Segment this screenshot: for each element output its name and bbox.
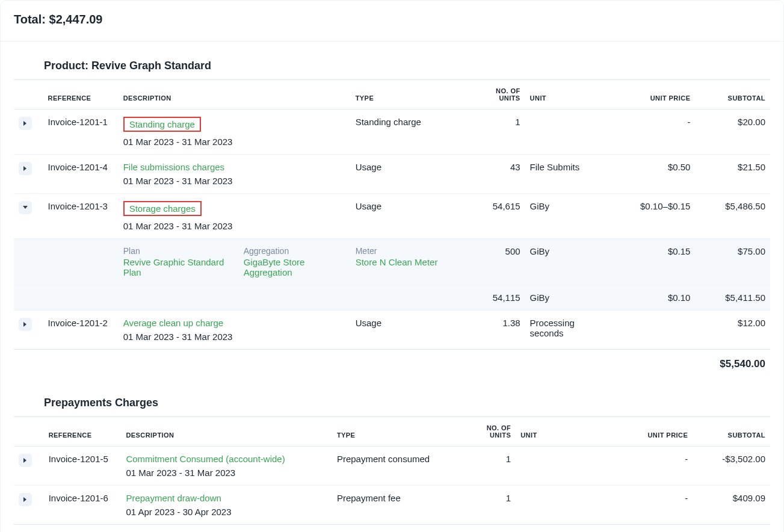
top-total-value: $2,447.09 — [49, 13, 103, 26]
cell-description: Prepayment draw-down 01 Apr 2023 - 30 Ap… — [121, 486, 332, 525]
top-total-label: Total: — [14, 13, 49, 26]
detail-meter-value: Store N Clean Meter — [356, 257, 458, 267]
line-name-link[interactable]: Standing charge — [129, 119, 195, 129]
cell-description: Standing charge 01 Mar 2023 - 31 Mar 202… — [119, 110, 351, 155]
cell-type: Usage — [351, 155, 463, 194]
product-table: REFERENCE DESCRIPTION TYPE NO. OFUNITS U… — [14, 79, 770, 379]
line-name-link[interactable]: File submissions charges — [123, 162, 224, 172]
th-units: NO. OFUNITS — [451, 417, 516, 447]
expand-toggle[interactable] — [19, 454, 32, 467]
cell-reference: Invoice-1201-5 — [44, 447, 122, 486]
cell-units: 54,615 — [462, 194, 525, 239]
detail-tier-unit: GiBy — [525, 239, 611, 285]
th-type: TYPE — [351, 80, 463, 110]
cell-units: 1 — [462, 110, 525, 155]
cell-reference: Invoice-1201-2 — [43, 311, 119, 350]
cell-subtotal: $12.00 — [695, 311, 770, 350]
th-type: TYPE — [332, 417, 451, 447]
chevron-right-icon — [23, 165, 28, 172]
expand-toggle[interactable] — [19, 117, 32, 130]
cell-reference: Invoice-1201-4 — [43, 155, 119, 194]
detail-tier-subtotal: $75.00 — [695, 239, 770, 285]
th-description: DESCRIPTION — [119, 80, 351, 110]
cell-type: Prepayment consumed — [332, 447, 451, 486]
cell-description: File submissions charges 01 Mar 2023 - 3… — [119, 155, 351, 194]
cell-description: Storage charges 01 Mar 2023 - 31 Mar 202… — [119, 194, 351, 239]
expand-toggle[interactable] — [19, 493, 32, 506]
detail-agg-value: GigaByte Store Aggregation — [244, 257, 346, 277]
cell-unit-price — [611, 311, 696, 350]
cell-subtotal: $21.50 — [695, 155, 770, 194]
th-unit: UNIT — [525, 80, 611, 110]
line-name-link[interactable]: Commitment Consumed (account-wide) — [126, 454, 285, 464]
detail-plan-value: Revive Graphic Standard Plan — [123, 257, 226, 277]
cell-unit — [516, 447, 604, 486]
cell-unit-price: - — [604, 447, 693, 486]
detail-meter-label: Meter — [356, 246, 458, 256]
line-daterange: 01 Mar 2023 - 31 Mar 2023 — [123, 332, 346, 342]
chevron-down-icon — [22, 205, 28, 210]
prepayments-table: REFERENCE DESCRIPTION TYPE NO. OFUNITS U… — [14, 416, 770, 532]
th-description: DESCRIPTION — [121, 417, 332, 447]
table-row: Invoice-1201-1 Standing charge 01 Mar 20… — [14, 110, 770, 155]
table-row: Invoice-1201-3 Storage charges 01 Mar 20… — [14, 194, 770, 239]
line-name-link[interactable]: Prepayment draw-down — [126, 493, 221, 503]
cell-units: 43 — [462, 155, 525, 194]
cell-unit-price: - — [604, 486, 693, 525]
th-subtotal: SUBTOTAL — [695, 80, 770, 110]
cell-reference: Invoice-1201-1 — [43, 110, 119, 155]
detail-tier-price: $0.15 — [611, 239, 696, 285]
table-row: Invoice-1201-2 Average clean up charge 0… — [14, 311, 770, 350]
line-daterange: 01 Mar 2023 - 31 Mar 2023 — [123, 221, 346, 231]
chevron-right-icon — [23, 457, 28, 463]
detail-tier-unit: GiBy — [525, 285, 611, 311]
cell-subtotal: $409.09 — [693, 486, 770, 525]
line-name-link[interactable]: Storage charges — [129, 203, 196, 214]
cell-unit-price: - — [611, 110, 696, 155]
section-subtotal: -$3,092.91 — [14, 525, 770, 533]
line-daterange: 01 Mar 2023 - 31 Mar 2023 — [123, 176, 346, 186]
detail-row: Plan Revive Graphic Standard Plan Aggreg… — [14, 239, 770, 285]
cell-type: Prepayment fee — [332, 486, 451, 525]
cell-unit-price: $0.50 — [611, 155, 696, 194]
th-reference: REFERENCE — [43, 80, 119, 110]
product-section-title: Product: Revive Graph Standard — [44, 60, 770, 79]
cell-unit: GiBy — [525, 194, 611, 239]
line-daterange: 01 Apr 2023 - 30 Apr 2023 — [126, 507, 327, 517]
chevron-right-icon — [23, 321, 28, 327]
table-row: Invoice-1201-6 Prepayment draw-down 01 A… — [14, 486, 770, 525]
expand-toggle[interactable] — [19, 318, 32, 331]
cell-subtotal: $5,486.50 — [695, 194, 770, 239]
collapse-toggle[interactable] — [19, 201, 32, 214]
detail-row: 54,115 GiBy $0.10 $5,411.50 — [14, 285, 770, 311]
detail-tier-subtotal: $5,411.50 — [695, 285, 770, 311]
cell-unit-price: $0.10–$0.15 — [611, 194, 696, 239]
prepayments-section-title: Prepayments Charges — [44, 397, 770, 416]
cell-unit — [525, 110, 611, 155]
product-section: Product: Revive Graph Standard REFERENCE… — [1, 60, 783, 532]
detail-tier-price: $0.10 — [611, 285, 696, 311]
cell-unit — [516, 486, 604, 525]
cell-unit: File Submits — [525, 155, 611, 194]
chevron-right-icon — [23, 120, 28, 126]
top-total-bar: Total: $2,447.09 — [1, 1, 783, 42]
th-units: NO. OFUNITS — [462, 80, 525, 110]
line-name-link[interactable]: Average clean up charge — [123, 318, 224, 328]
th-unit-price: UNIT PRICE — [611, 80, 696, 110]
line-daterange: 01 Mar 2023 - 31 Mar 2023 — [126, 468, 327, 478]
expand-toggle[interactable] — [19, 162, 32, 175]
cell-description: Commitment Consumed (account-wide) 01 Ma… — [121, 447, 332, 486]
cell-description: Average clean up charge 01 Mar 2023 - 31… — [119, 311, 351, 350]
line-daterange: 01 Mar 2023 - 31 Mar 2023 — [123, 137, 346, 147]
cell-units: 1.38 — [462, 311, 525, 350]
detail-tier-units: 500 — [462, 239, 525, 285]
section-subtotal: $5,540.00 — [14, 350, 770, 379]
th-unit: UNIT — [516, 417, 604, 447]
cell-unit: Processing seconds — [525, 311, 611, 350]
detail-plan-label: Plan — [123, 246, 226, 256]
cell-subtotal: $20.00 — [695, 110, 770, 155]
chevron-right-icon — [23, 496, 28, 503]
detail-tier-units: 54,115 — [462, 285, 525, 311]
th-subtotal: SUBTOTAL — [693, 417, 770, 447]
detail-agg-label: Aggregation — [244, 246, 346, 256]
